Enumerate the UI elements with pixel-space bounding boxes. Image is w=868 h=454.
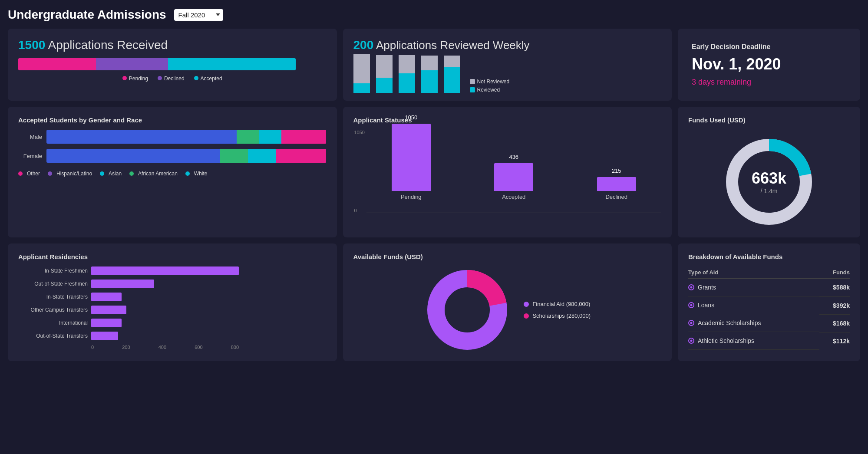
y-axis-bottom: 0 bbox=[354, 208, 357, 213]
breakdown-title: Breakdown of Available Funds bbox=[688, 253, 850, 260]
available-funds-card: Available Funds (USD) Financial Aid (980… bbox=[343, 243, 672, 361]
res-label-5: International bbox=[18, 320, 88, 326]
gender-male-row: Male bbox=[18, 130, 327, 144]
row-athletic-funds: $112k bbox=[819, 332, 850, 350]
loans-icon bbox=[688, 302, 694, 308]
gender-race-legend: Other Hispanic/Latino Asian African Amer… bbox=[18, 171, 327, 177]
app-reviewed-heading: 200 Applications Reviewed Weekly bbox=[353, 38, 662, 52]
male-bar-teal bbox=[259, 130, 282, 144]
status-bar-accepted-group: 436 Accepted bbox=[469, 163, 559, 200]
stacked-bar-legend: Pending Declined Accepted bbox=[18, 76, 327, 82]
mid-row: Accepted Students by Gender and Race Mal… bbox=[8, 107, 860, 237]
svg-point-5 bbox=[446, 288, 489, 332]
legend-scholarships: Scholarships (280,000) bbox=[524, 313, 591, 319]
asian-dot bbox=[100, 171, 104, 176]
female-label: Female bbox=[18, 153, 42, 159]
african-american-dot bbox=[129, 171, 134, 176]
declined-dot bbox=[158, 76, 162, 80]
row-grants-type: Grants bbox=[688, 279, 819, 296]
legend-asian: Asian bbox=[100, 171, 122, 177]
row-athletic-type: Athletic Scholarships bbox=[688, 332, 819, 350]
academic-scholarships-icon bbox=[688, 320, 694, 326]
financial-aid-dot bbox=[524, 302, 529, 307]
status-chart-area: 1050 0 1050 Pending 436 Accepted bbox=[353, 130, 662, 225]
breakdown-table: Type of Aid Funds Grants $588k Loans bbox=[688, 266, 850, 350]
res-bar-5 bbox=[91, 319, 122, 327]
res-label-4: Other Campus Transfers bbox=[18, 307, 88, 313]
row-grants-funds: $588k bbox=[819, 279, 850, 297]
res-row-4: Other Campus Transfers bbox=[18, 306, 327, 314]
male-bar-pink bbox=[281, 130, 326, 144]
weekly-bar-1 bbox=[353, 54, 370, 93]
status-bar-declined-value: 215 bbox=[612, 168, 621, 174]
res-row-5: International bbox=[18, 319, 327, 327]
white-dot bbox=[185, 171, 190, 176]
female-bar-pink bbox=[276, 149, 326, 163]
header: Undergraduate Admissions Fall 2020 Sprin… bbox=[8, 8, 860, 22]
weekly-bar-2 bbox=[376, 54, 393, 93]
weekly-bar-4 bbox=[421, 54, 438, 93]
weekly-bar-2-not-reviewed bbox=[376, 55, 393, 78]
bar-accepted bbox=[168, 58, 296, 70]
status-bar-pending-label: Pending bbox=[401, 194, 422, 200]
res-x-axis: 0 200 400 600 800 bbox=[91, 345, 239, 350]
status-bars: 1050 Pending 436 Accepted 215 Decline bbox=[353, 130, 662, 212]
residencies-title: Applicant Residencies bbox=[18, 253, 327, 260]
weekly-bar-1-reviewed bbox=[353, 83, 370, 93]
available-funds-chart: Financial Aid (980,000) Scholarships (28… bbox=[353, 266, 662, 353]
status-bar-accepted: 436 bbox=[494, 163, 533, 191]
residency-chart: In-State Freshmen Out-of-State Freshmen … bbox=[18, 266, 327, 350]
col-type-header: Type of Aid bbox=[688, 266, 819, 279]
app-reviewed-number: 200 bbox=[353, 38, 374, 52]
res-row-3: In-State Transfers bbox=[18, 293, 327, 301]
app-received-heading: 1500 Applications Received bbox=[18, 38, 327, 52]
table-row: Loans $392k bbox=[688, 296, 850, 314]
weekly-bar-4-reviewed bbox=[421, 70, 438, 93]
available-funds-title: Available Funds (USD) bbox=[353, 253, 662, 260]
reviewed-box bbox=[470, 87, 475, 92]
breakdown-card: Breakdown of Available Funds Type of Aid… bbox=[678, 243, 860, 361]
weekly-legend: Not Reviewed Reviewed bbox=[470, 79, 510, 93]
ed-title: Early Decision Deadline bbox=[692, 43, 770, 51]
status-bar-pending-value: 1050 bbox=[405, 114, 417, 121]
athletic-scholarships-label: Athletic Scholarships bbox=[698, 337, 754, 344]
status-bar-pending-group: 1050 Pending bbox=[366, 124, 456, 200]
res-bar-4 bbox=[91, 306, 126, 314]
weekly-bar-3-reviewed bbox=[399, 73, 415, 93]
scholarships-label: Scholarships (280,000) bbox=[532, 313, 591, 319]
x-axis-line bbox=[366, 213, 662, 213]
weekly-bar-5-reviewed bbox=[444, 67, 460, 93]
top-row: 1500 Applications Received Pending Decli… bbox=[8, 29, 860, 101]
female-bars bbox=[46, 149, 327, 163]
y-axis-top: 1050 bbox=[354, 130, 365, 135]
table-row: Athletic Scholarships $112k bbox=[688, 332, 850, 350]
ed-date: Nov. 1, 2020 bbox=[692, 55, 781, 73]
status-bar-declined: 215 bbox=[597, 177, 636, 191]
legend-reviewed: Reviewed bbox=[470, 87, 510, 93]
funds-used-amount: 663k bbox=[752, 169, 786, 188]
male-bars bbox=[46, 130, 327, 144]
loans-label: Loans bbox=[698, 302, 714, 309]
weekly-bar-3-not-reviewed bbox=[399, 55, 415, 73]
female-bar-teal bbox=[248, 149, 276, 163]
status-bar-declined-group: 215 Declined bbox=[572, 177, 662, 200]
row-loans-type: Loans bbox=[688, 296, 819, 314]
app-reviewed-label: Applications Reviewed Weekly bbox=[373, 39, 529, 52]
res-label-6: Out-of-State Transfers bbox=[18, 333, 88, 339]
weekly-chart-area: Not Reviewed Reviewed bbox=[353, 54, 662, 93]
gender-race-card: Accepted Students by Gender and Race Mal… bbox=[8, 107, 337, 237]
funds-used-title: Funds Used (USD) bbox=[688, 116, 746, 124]
res-row-1: In-State Freshmen bbox=[18, 266, 327, 275]
scholarships-dot bbox=[524, 313, 529, 319]
bar-declined bbox=[96, 58, 168, 70]
funds-used-center: 663k / 1.4m bbox=[752, 169, 786, 194]
available-funds-donut bbox=[424, 266, 511, 353]
legend-african-american: African American bbox=[129, 171, 178, 177]
res-row-6: Out-of-State Transfers bbox=[18, 332, 327, 340]
page-title: Undergraduate Admissions bbox=[8, 8, 166, 22]
legend-white: White bbox=[185, 171, 208, 177]
hispanic-dot bbox=[48, 171, 52, 176]
semester-dropdown[interactable]: Fall 2020 Spring 2020 Fall 2019 bbox=[174, 9, 223, 21]
legend-financial-aid: Financial Aid (980,000) bbox=[524, 301, 591, 307]
bottom-row: Applicant Residencies In-State Freshmen … bbox=[8, 243, 860, 361]
